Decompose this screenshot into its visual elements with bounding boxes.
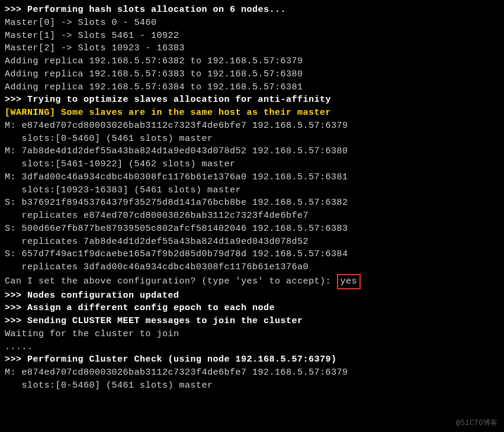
- node-m0: M: e874ed707cd80003026bab3112c7323f4de6b…: [5, 120, 499, 133]
- replica-add-0: Adding replica 192.168.5.57:6382 to 192.…: [5, 55, 499, 68]
- watermark-text: @51CTO博客: [456, 418, 498, 428]
- node-s2-replicates: replicates 3dfad00c46a934cdbc4b0308fc117…: [5, 261, 499, 274]
- node-m1-slots: slots:[5461-10922] (5462 slots) master: [5, 158, 499, 171]
- node-m1: M: 7ab8de4d1d2def55a43ba824d1a9ed043d078…: [5, 145, 499, 158]
- node-m2-slots: slots:[10923-16383] (5461 slots) master: [5, 184, 499, 197]
- status-cluster-meet: >>> Sending CLUSTER MEET messages to joi…: [5, 315, 499, 328]
- master-slot-1: Master[1] -> Slots 5461 - 10922: [5, 30, 499, 43]
- replica-add-1: Adding replica 192.168.5.57:6383 to 192.…: [5, 68, 499, 81]
- status-nodes-updated: >>> Nodes configuration updated: [5, 289, 499, 302]
- node-s1: S: 500d66e7fb877be87939505c802afcf581402…: [5, 223, 499, 236]
- node-m2: M: 3dfad00c46a934cdbc4b0308fc1176b61e137…: [5, 171, 499, 184]
- status-cluster-check: >>> Performing Cluster Check (using node…: [5, 353, 499, 366]
- status-hash-slots: >>> Performing hash slots allocation on …: [5, 4, 499, 17]
- master-slot-0: Master[0] -> Slots 0 - 5460: [5, 17, 499, 30]
- node-s0: S: b376921f89453764379f35275d8d141a76bcb…: [5, 196, 499, 209]
- status-optimize-slaves: >>> Trying to optimize slaves allocation…: [5, 94, 499, 107]
- master-slot-2: Master[2] -> Slots 10923 - 16383: [5, 42, 499, 55]
- node-m0-slots: slots:[0-5460] (5461 slots) master: [5, 133, 499, 146]
- waiting-dots: .....: [5, 341, 499, 354]
- terminal-output: >>> Performing hash slots allocation on …: [5, 4, 499, 392]
- check-node-m0-slots: slots:[0-5460] (5461 slots) master: [5, 379, 499, 392]
- waiting-text: Waiting for the cluster to join: [5, 328, 499, 341]
- user-input-yes[interactable]: yes: [337, 274, 361, 289]
- replica-add-2: Adding replica 192.168.5.57:6384 to 192.…: [5, 81, 499, 94]
- status-config-epoch: >>> Assign a different config epoch to e…: [5, 302, 499, 315]
- confirmation-prompt-text: Can I set the above configuration? (type…: [5, 276, 337, 286]
- node-s2: S: 657d7f49ac1f9dcaebe165a7f9b2d85d0b79d…: [5, 248, 499, 261]
- node-s1-replicates: replicates 7ab8de4d1d2def55a43ba824d1a9e…: [5, 236, 499, 249]
- check-node-m0: M: e874ed707cd80003026bab3112c7323f4de6b…: [5, 366, 499, 379]
- node-s0-replicates: replicates e874ed707cd80003026bab3112c73…: [5, 209, 499, 223]
- confirmation-prompt-line: Can I set the above configuration? (type…: [5, 274, 499, 289]
- warning-same-host: [WARNING] Some slaves are in the same ho…: [5, 107, 499, 120]
